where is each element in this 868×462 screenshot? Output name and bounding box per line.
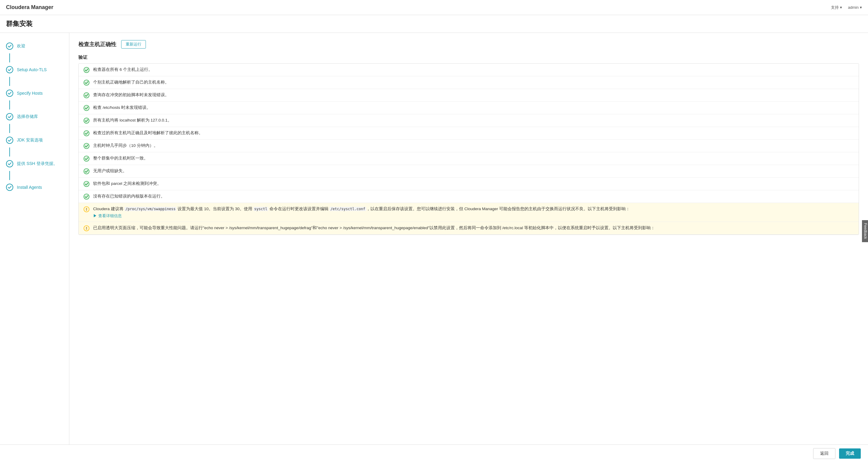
checkmark-icon xyxy=(7,138,12,142)
sidebar-connector-2 xyxy=(9,100,10,110)
admin-label: admin xyxy=(848,5,859,10)
check-item-8: 无用户或组缺失。 xyxy=(79,165,859,178)
sidebar-circle-install-agents xyxy=(6,184,13,191)
ok-icon xyxy=(84,130,90,136)
sidebar-label-install-agents: Install Agents xyxy=(17,185,42,190)
check-text-6: 主机时钟几乎同步（10 分钟内）。 xyxy=(93,143,158,149)
sidebar-label-provide-ssh: 提供 SSH 登录凭据。 xyxy=(17,161,58,167)
check-text-8: 无用户或组缺失。 xyxy=(93,168,127,174)
warn-text-11: Cloudera 建议将 /proc/sys/vm/swappiness 设置为… xyxy=(93,206,630,219)
check-item-9: 软件包和 parcel 之间未检测到冲突。 xyxy=(79,178,859,190)
checkmark-icon xyxy=(7,91,12,95)
check-item-warn-11: ! Cloudera 建议将 /proc/sys/vm/swappiness 设… xyxy=(79,203,859,222)
ok-icon xyxy=(84,118,90,124)
sidebar-label-specify-hosts: Specify Hosts xyxy=(17,91,43,95)
check-item-5: 检查过的所有主机均正确且及时地解析了彼此的主机名称。 xyxy=(79,127,859,140)
sidebar-label-jdk-install: JDK 安装选项 xyxy=(17,138,43,143)
check-text-1: 个别主机正确地解析了自己的主机名称。 xyxy=(93,79,169,85)
admin-menu[interactable]: admin ▾ xyxy=(848,5,862,10)
check-text-5: 检查过的所有主机均正确且及时地解析了彼此的主机名称。 xyxy=(93,130,203,136)
logo-bold: Manager xyxy=(31,4,53,10)
rerun-button[interactable]: 重新运行 xyxy=(121,40,146,49)
top-navigation: Cloudera Manager 支持 ▾ admin ▾ xyxy=(0,0,868,15)
check-item-3: 检查 /etc/hosts 时未发现错误。 xyxy=(79,102,859,114)
check-item-6: 主机时钟几乎同步（10 分钟内）。 xyxy=(79,140,859,152)
check-text-0: 检查器在所有 6 个主机上运行。 xyxy=(93,67,153,73)
ok-icon xyxy=(84,194,90,200)
page-title-bar: 群集安装 xyxy=(0,15,868,33)
ok-icon xyxy=(84,168,90,174)
main-layout: 欢迎 Setup Auto-TLS Specify Hosts xyxy=(0,33,868,446)
details-link-11[interactable]: ▶ 查看详细信息 xyxy=(93,213,630,219)
feedback-tab[interactable]: Feedback xyxy=(862,220,868,242)
ok-icon xyxy=(84,92,90,98)
sidebar-circle-select-repo xyxy=(6,113,13,120)
check-text-7: 整个群集中的主机时区一致。 xyxy=(93,155,148,161)
checkmark-icon xyxy=(7,115,12,119)
admin-chevron-icon: ▾ xyxy=(860,5,862,10)
sidebar-connector-5 xyxy=(9,171,10,180)
check-item-10: 没有存在已知错误的内核版本在运行。 xyxy=(79,190,859,203)
app-logo: Cloudera Manager xyxy=(6,4,53,10)
logo-normal: Cloudera xyxy=(6,4,30,10)
ok-icon xyxy=(84,155,90,162)
sidebar-item-specify-hosts[interactable]: Specify Hosts xyxy=(0,86,69,100)
ok-icon xyxy=(84,143,90,149)
sidebar-circle-jdk-install xyxy=(6,137,13,144)
warn-icon: ! xyxy=(84,206,90,212)
support-chevron-icon: ▾ xyxy=(840,5,842,10)
checkmark-icon xyxy=(7,44,12,48)
check-item-0: 检查器在所有 6 个主机上运行。 xyxy=(79,64,859,76)
sidebar-label-setup-auto-tls: Setup Auto-TLS xyxy=(17,67,47,72)
check-item-warn-12: ! 已启用透明大页面压缩，可能会导致重大性能问题。请运行"echo never … xyxy=(79,222,859,235)
check-text-10: 没有存在已知错误的内核版本在运行。 xyxy=(93,193,165,199)
sidebar-label-welcome: 欢迎 xyxy=(17,44,25,49)
svg-text:!: ! xyxy=(86,207,87,212)
check-item-1: 个别主机正确地解析了自己的主机名称。 xyxy=(79,76,859,89)
check-list: 检查器在所有 6 个主机上运行。 个别主机正确地解析了自己的主机名称。 查询存在… xyxy=(79,63,859,235)
checkmark-icon xyxy=(7,67,12,72)
sidebar-connector-1 xyxy=(9,77,10,86)
ok-icon xyxy=(84,80,90,86)
sidebar-circle-setup-auto-tls xyxy=(6,66,13,73)
sidebar-circle-welcome xyxy=(6,42,13,50)
sidebar-circle-specify-hosts xyxy=(6,90,13,97)
check-text-4: 所有主机均将 localhost 解析为 127.0.0.1。 xyxy=(93,117,172,123)
sidebar-item-jdk-install[interactable]: JDK 安装选项 xyxy=(0,133,69,147)
content-area: 检查主机正确性 重新运行 验证 检查器在所有 6 个主机上运行。 xyxy=(69,33,868,446)
ok-icon xyxy=(84,181,90,187)
sidebar-item-welcome[interactable]: 欢迎 xyxy=(0,39,69,53)
sidebar-label-select-repo: 选择存储库 xyxy=(17,114,38,119)
sidebar-item-provide-ssh[interactable]: 提供 SSH 登录凭据。 xyxy=(0,156,69,171)
top-nav-right: 支持 ▾ admin ▾ xyxy=(831,5,862,10)
checkmark-icon xyxy=(7,162,12,166)
sidebar: 欢迎 Setup Auto-TLS Specify Hosts xyxy=(0,33,69,446)
check-text-9: 软件包和 parcel 之间未检测到冲突。 xyxy=(93,181,161,187)
section-title: 检查主机正确性 xyxy=(79,41,116,48)
sidebar-connector-3 xyxy=(9,124,10,133)
svg-text:!: ! xyxy=(86,227,87,231)
page-title: 群集安装 xyxy=(6,19,862,28)
sidebar-connector-4 xyxy=(9,147,10,156)
sidebar-connector-0 xyxy=(9,53,10,62)
bottom-bar: 返回 完成 xyxy=(0,444,868,446)
ok-icon xyxy=(84,67,90,73)
sidebar-item-install-agents[interactable]: Install Agents xyxy=(0,180,69,195)
check-item-2: 查询存在冲突的初始脚本时未发现错误。 xyxy=(79,89,859,102)
section-header: 检查主机正确性 重新运行 xyxy=(79,40,859,49)
ok-icon xyxy=(84,105,90,111)
check-text-2: 查询存在冲突的初始脚本时未发现错误。 xyxy=(93,92,169,98)
verify-title: 验证 xyxy=(79,55,859,60)
warn-icon: ! xyxy=(84,225,90,231)
check-item-4: 所有主机均将 localhost 解析为 127.0.0.1。 xyxy=(79,114,859,127)
support-label: 支持 xyxy=(831,5,839,10)
sidebar-item-setup-auto-tls[interactable]: Setup Auto-TLS xyxy=(0,62,69,77)
check-item-7: 整个群集中的主机时区一致。 xyxy=(79,152,859,165)
support-menu[interactable]: 支持 ▾ xyxy=(831,5,842,10)
check-text-3: 检查 /etc/hosts 时未发现错误。 xyxy=(93,105,151,111)
checkmark-icon xyxy=(7,185,12,190)
sidebar-item-select-repo[interactable]: 选择存储库 xyxy=(0,110,69,124)
sidebar-circle-provide-ssh xyxy=(6,160,13,167)
warn-text-12: 已启用透明大页面压缩，可能会导致重大性能问题。请运行"echo never > … xyxy=(93,225,655,231)
